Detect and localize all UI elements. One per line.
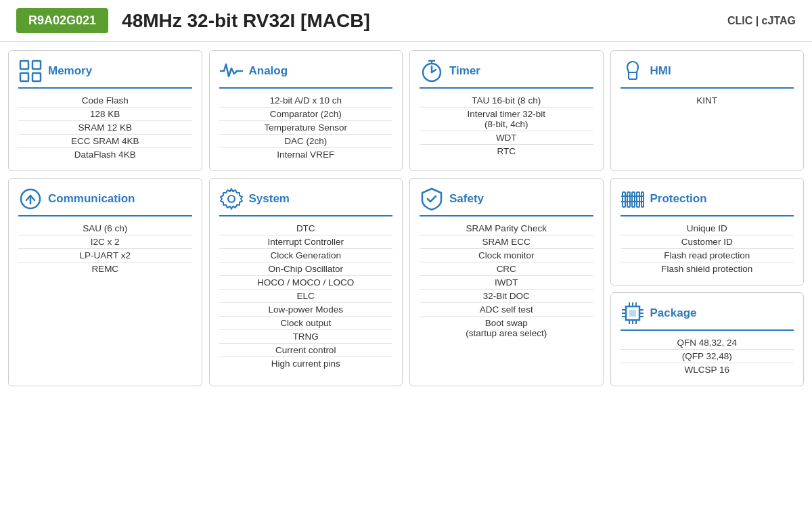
svg-rect-17: [641, 192, 644, 207]
list-item: SRAM 12 KB: [18, 121, 192, 135]
list-item: Temperature Sensor: [219, 121, 393, 135]
list-item: High current pins: [219, 357, 393, 370]
list-item: Clock Generation: [219, 249, 393, 262]
list-item: On-Chip Oscillator: [219, 262, 393, 276]
timer-card: Timer TAU 16-bit (8 ch) Interval timer 3…: [409, 50, 604, 171]
analog-card: Analog 12-bit A/D x 10 ch Comparator (2c…: [209, 50, 403, 171]
svg-rect-13: [623, 192, 625, 207]
right-column: Protection Unique ID Customer ID Flash r…: [610, 178, 805, 386]
list-item: HOCO / MOCO / LOCO: [219, 276, 393, 290]
system-title: System: [249, 192, 290, 206]
protection-card: Protection Unique ID Customer ID Flash r…: [610, 178, 805, 285]
hmi-card: HMI KINT: [610, 50, 805, 171]
list-item: ADC self test: [420, 303, 593, 317]
upload-icon: [18, 187, 43, 211]
shield-icon: [420, 187, 444, 211]
memory-card-header: Memory: [18, 59, 192, 83]
package-title: Package: [650, 306, 697, 320]
waveform-icon: [219, 59, 244, 83]
analog-items: 12-bit A/D x 10 ch Comparator (2ch) Temp…: [219, 94, 393, 161]
svg-rect-16: [637, 192, 639, 207]
hmi-divider: [621, 87, 794, 89]
grid-icon: [18, 59, 43, 83]
memory-divider: [18, 87, 192, 89]
svg-rect-2: [20, 73, 28, 81]
list-item: RTC: [420, 145, 593, 158]
card-grid: Memory Code Flash 128 KB SRAM 12 KB ECC …: [0, 42, 812, 394]
list-item: I2C x 2: [18, 235, 192, 249]
list-item: REMC: [18, 262, 192, 275]
safety-title: Safety: [449, 192, 484, 206]
svg-rect-3: [32, 73, 41, 81]
system-card: System DTC Interrupt Controller Clock Ge…: [209, 178, 403, 386]
communication-items: SAU (6 ch) I2C x 2 LP-UART x2 REMC: [18, 222, 192, 275]
list-item: KINT: [621, 94, 794, 107]
protection-title: Protection: [650, 192, 707, 206]
package-items: QFN 48,32, 24 (QFP 32,48) WLCSP 16: [621, 336, 794, 376]
analog-divider: [219, 87, 393, 89]
safety-items: SRAM Parity Check SRAM ECC Clock monitor…: [420, 222, 593, 340]
memory-items: Code Flash 128 KB SRAM 12 KB ECC SRAM 4K…: [18, 94, 192, 161]
timer-title: Timer: [449, 64, 480, 78]
chip-title: 48MHz 32-bit RV32I [MACB]: [122, 10, 727, 32]
safety-divider: [420, 215, 593, 216]
list-item: Flash shield protection: [621, 262, 794, 275]
list-item: 128 KB: [18, 108, 192, 121]
hmi-items: KINT: [621, 94, 794, 107]
system-items: DTC Interrupt Controller Clock Generatio…: [219, 222, 393, 370]
list-item: DataFlash 4KB: [18, 148, 192, 161]
list-item: Customer ID: [621, 235, 794, 249]
communication-divider: [18, 215, 192, 216]
list-item: Current control: [219, 344, 393, 357]
list-item: TAU 16-bit (8 ch): [420, 94, 593, 108]
communication-title: Communication: [48, 192, 135, 206]
timer-icon: [420, 59, 444, 83]
svg-point-12: [228, 196, 235, 202]
chip-icon: [621, 301, 645, 325]
list-item: Clock monitor: [420, 249, 593, 262]
analog-card-header: Analog: [219, 59, 393, 83]
svg-rect-0: [20, 61, 28, 69]
protection-items: Unique ID Customer ID Flash read protect…: [621, 222, 794, 275]
protection-card-header: Protection: [621, 187, 794, 211]
memory-title: Memory: [48, 64, 92, 78]
system-divider: [219, 215, 393, 216]
list-item: Code Flash: [18, 94, 192, 108]
list-item: (QFP 32,48): [621, 350, 794, 363]
list-item: DTC: [219, 222, 393, 235]
list-item: SRAM Parity Check: [420, 222, 593, 235]
list-item: CRC: [420, 262, 593, 276]
list-item: Clock output: [219, 317, 393, 330]
svg-rect-14: [627, 192, 630, 207]
list-item: Comparator (2ch): [219, 108, 393, 121]
chip-badge: R9A02G021: [16, 8, 108, 33]
safety-card-header: Safety: [420, 187, 593, 211]
timer-card-header: Timer: [420, 59, 593, 83]
svg-rect-15: [632, 192, 635, 207]
touch-icon: [621, 59, 645, 83]
list-item: Internal VREF: [219, 148, 393, 161]
memory-card: Memory Code Flash 128 KB SRAM 12 KB ECC …: [8, 50, 202, 171]
list-item: TRNG: [219, 330, 393, 344]
fence-icon: [621, 187, 645, 211]
package-card: Package QFN 48,32, 24 (QFP 32,48) WLCSP …: [610, 292, 805, 386]
list-item: Flash read protection: [621, 249, 794, 262]
list-item: WLCSP 16: [621, 363, 794, 376]
package-divider: [621, 329, 794, 331]
list-item: 12-bit A/D x 10 ch: [219, 94, 393, 108]
list-item: SAU (6 ch): [18, 222, 192, 235]
list-item: Unique ID: [621, 222, 794, 235]
list-item: ELC: [219, 290, 393, 303]
list-item: Boot swap(startup area select): [420, 317, 593, 340]
list-item: WDT: [420, 131, 593, 145]
hmi-card-header: HMI: [621, 59, 794, 83]
list-item: Low-power Modes: [219, 303, 393, 317]
protection-divider: [621, 215, 794, 216]
list-item: DAC (2ch): [219, 135, 393, 148]
list-item: LP-UART x2: [18, 249, 192, 262]
safety-card: Safety SRAM Parity Check SRAM ECC Clock …: [409, 178, 604, 386]
analog-title: Analog: [249, 64, 288, 78]
list-item: Interrupt Controller: [219, 235, 393, 249]
list-item: 32-Bit DOC: [420, 290, 593, 303]
system-card-header: System: [219, 187, 393, 211]
